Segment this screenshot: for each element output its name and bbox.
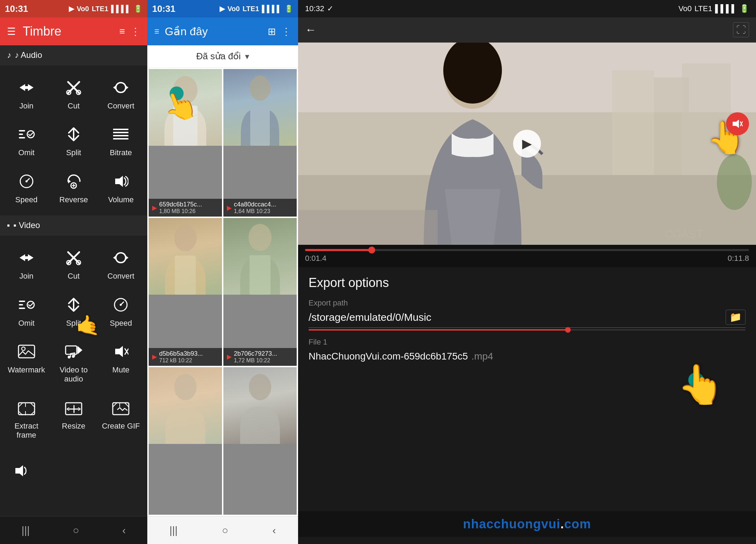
- svg-point-44: [249, 224, 272, 251]
- svg-rect-43: [175, 256, 196, 295]
- status-icons-2: ▶ Vo0 LTE1 ▌▌▌▌ 🔋: [220, 5, 293, 13]
- play-button[interactable]: ▶: [513, 130, 541, 158]
- file-name-value: NhacChuongVui.com-659dc6b175c5: [309, 351, 468, 362]
- video-create-gif-button[interactable]: Create GIF: [98, 391, 144, 446]
- export-header: ← ⛶: [298, 17, 756, 43]
- nav-home-1[interactable]: ○: [73, 524, 79, 536]
- nav-menu-2[interactable]: |||: [169, 524, 177, 536]
- export-path-field: Export path /storage/emulated/0/Music 📁: [309, 299, 746, 331]
- cursor-dot-export: [688, 372, 704, 388]
- nav-back-2[interactable]: ‹: [273, 524, 276, 536]
- file-icon-4: ▶: [227, 353, 232, 361]
- audio-speed-icon: [15, 170, 38, 192]
- svg-marker-37: [15, 465, 23, 476]
- gallery-item-3[interactable]: ▶ d5b6b5a3b93... 712 kB 10:22: [149, 218, 222, 365]
- video-cut-button[interactable]: Cut: [51, 241, 96, 286]
- gallery-item-5[interactable]: [149, 367, 222, 515]
- audio-join-button[interactable]: Join: [3, 71, 49, 116]
- svg-rect-41: [250, 107, 270, 146]
- video-mute-button[interactable]: Mute: [98, 335, 144, 390]
- video-preview[interactable]: COAST... ▶ 👆: [298, 43, 756, 245]
- folder-icon[interactable]: 📁: [726, 310, 746, 325]
- nav-bar-2: ||| ○ ‹: [147, 516, 298, 544]
- gallery-item-info-4: ▶ 2b706c79273... 1,72 MB 10:22: [223, 348, 297, 366]
- fullscreen-button[interactable]: ⛶: [733, 22, 749, 37]
- timeline-bar[interactable]: [305, 249, 749, 251]
- gallery-more-icon[interactable]: ⋮: [281, 26, 291, 37]
- signal-bars-2: ▌▌▌▌: [262, 5, 282, 13]
- svg-rect-6: [19, 137, 25, 138]
- audio-split-icon: [62, 123, 85, 145]
- audio-reverse-icon: [62, 170, 85, 192]
- recently-modified-bar[interactable]: Đã sửa đổi ▾: [147, 45, 298, 68]
- svg-point-47: [249, 374, 271, 400]
- video-split-button[interactable]: Split 🤙: [51, 288, 96, 333]
- video-extract-frame-button[interactable]: Extract frame: [3, 391, 49, 446]
- gallery-grid: ▶ 659dc6b175c... 1,80 MB 10:26 👆 ▶: [147, 68, 298, 516]
- gallery-item-6[interactable]: [223, 367, 297, 515]
- progress-thumb: [565, 327, 571, 333]
- gallery-item-2[interactable]: ▶ c4a80dccac4... 1,64 MB 10:23: [223, 69, 297, 217]
- audio-omit-label: Omit: [18, 148, 34, 157]
- video-speed-button[interactable]: Speed: [98, 288, 144, 333]
- timeline-thumb[interactable]: [368, 247, 375, 254]
- battery-icon-1: 🔋: [134, 5, 142, 13]
- svg-rect-4: [19, 130, 25, 131]
- nav-menu-1[interactable]: |||: [22, 524, 30, 536]
- status-bar-3: 10:32 ✓ Vo0 LTE1 ▌▌▌▌ 🔋: [298, 0, 756, 17]
- status-bar-2: 10:31 ▶ Vo0 LTE1 ▌▌▌▌ 🔋: [147, 0, 298, 17]
- svg-marker-59: [733, 120, 739, 128]
- video-speed-icon: [110, 294, 132, 316]
- video-resize-icon: [62, 396, 85, 419]
- nav-home-2[interactable]: ○: [222, 524, 228, 536]
- audio-omit-button[interactable]: Omit: [3, 118, 49, 163]
- video-omit-button[interactable]: Omit: [3, 288, 49, 333]
- video-resize-button[interactable]: Resize: [51, 391, 96, 446]
- audio-reverse-button[interactable]: Reverse: [51, 165, 96, 210]
- more-options-icon[interactable]: ⋮: [131, 26, 140, 37]
- status-icons-1: ▶ Vo0 LTE1 ▌▌▌▌ 🔋: [69, 5, 142, 13]
- video-cut-label: Cut: [68, 272, 80, 281]
- file-details-3: d5b6b5a3b93... 712 kB 10:22: [159, 350, 218, 364]
- gallery-grid-icon[interactable]: ⊞: [268, 26, 276, 37]
- watermark-area: nhacchuongvui.com: [298, 508, 756, 544]
- audio-bitrate-button[interactable]: Bitrate: [98, 118, 144, 163]
- audio-convert-icon: [110, 76, 132, 99]
- svg-point-32: [72, 355, 75, 358]
- video-to-audio-button[interactable]: Video to audio: [51, 335, 96, 390]
- audio-speed-button[interactable]: Speed: [3, 165, 49, 210]
- video-convert-label: Convert: [108, 272, 134, 281]
- gallery-item-1[interactable]: ▶ 659dc6b175c... 1,80 MB 10:26 👆: [149, 69, 222, 217]
- audio-cut-button[interactable]: Cut: [51, 71, 96, 116]
- svg-text:COAST...: COAST...: [665, 228, 711, 240]
- status-left-3: 10:32 ✓: [305, 4, 333, 13]
- audio-split-button[interactable]: Split: [51, 118, 96, 163]
- video-watermark-button[interactable]: Watermark: [3, 335, 49, 390]
- audio-bitrate-label: Bitrate: [110, 148, 132, 157]
- vo0-icon: Vo0: [679, 4, 692, 13]
- back-button[interactable]: ←: [305, 23, 316, 36]
- svg-rect-56: [298, 210, 438, 245]
- export-options-section: Export options Export path /storage/emul…: [298, 267, 756, 508]
- audio-convert-button[interactable]: Convert: [98, 71, 144, 116]
- mute-button[interactable]: [726, 112, 749, 135]
- video-join-button[interactable]: Join: [3, 241, 49, 286]
- list-check-icon[interactable]: ≡: [119, 26, 125, 37]
- export-title: Export options: [309, 275, 746, 290]
- menu-icon[interactable]: ☰: [7, 26, 16, 37]
- svg-rect-23: [19, 308, 25, 309]
- svg-point-28: [22, 347, 25, 350]
- gallery-menu-icon[interactable]: ☰: [154, 28, 159, 35]
- video-icon: ▪: [7, 220, 10, 230]
- video-convert-button[interactable]: Convert: [98, 241, 144, 286]
- extra-volume-button[interactable]: [7, 454, 35, 490]
- gallery-item-4[interactable]: ▶ 2b706c79273... 1,72 MB 10:22: [223, 218, 297, 365]
- video-background: COAST... ▶ 👆: [298, 43, 756, 245]
- svg-marker-3: [113, 85, 116, 90]
- audio-volume-button[interactable]: Volume: [98, 165, 144, 210]
- video-join-icon: [15, 247, 38, 269]
- time-display-1: 10:31: [5, 3, 28, 14]
- nav-back-1[interactable]: ‹: [122, 524, 126, 536]
- video-speed-label: Speed: [110, 319, 132, 328]
- audio-cut-label: Cut: [68, 101, 80, 111]
